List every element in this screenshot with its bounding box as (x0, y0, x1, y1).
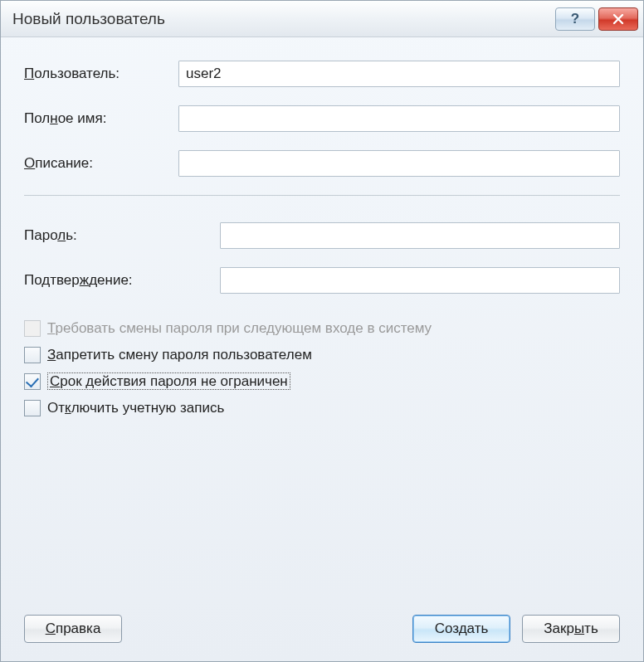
deny-change-checkbox[interactable] (24, 347, 41, 363)
divider (24, 195, 620, 196)
disable-account-row: Отключить учетную запись (24, 400, 620, 416)
dialog-window: Новый пользователь ? Пользователь: Полно… (0, 0, 644, 662)
deny-change-label: Запретить смену пароля пользователем (47, 347, 312, 363)
confirm-row: Подтверждение: (24, 267, 620, 294)
description-label: Описание: (24, 155, 178, 172)
require-change-checkbox (24, 320, 41, 337)
confirm-input[interactable] (220, 267, 620, 294)
fullname-label: Полное имя: (24, 110, 178, 127)
titlebar: Новый пользователь ? (1, 1, 643, 37)
close-button[interactable]: Закрыть (522, 615, 620, 643)
confirm-label: Подтверждение: (24, 272, 220, 289)
no-expire-label: Срок действия пароля не ограничен (47, 373, 290, 390)
description-input[interactable] (178, 150, 620, 177)
fullname-input[interactable] (178, 105, 620, 132)
user-row: Пользователь: (24, 61, 620, 87)
password-label: Пароль: (24, 227, 220, 244)
description-row: Описание: (24, 150, 620, 177)
require-change-row: Требовать смены пароля при следующем вхо… (24, 320, 620, 337)
close-icon (612, 13, 625, 25)
password-row: Пароль: (24, 222, 620, 249)
titlebar-help-button[interactable]: ? (555, 7, 595, 31)
titlebar-close-button[interactable] (598, 7, 638, 31)
help-icon: ? (571, 11, 579, 27)
deny-change-row: Запретить смену пароля пользователем (24, 347, 620, 363)
no-expire-row: Срок действия пароля не ограничен (24, 373, 620, 390)
help-button[interactable]: Справка (24, 615, 122, 643)
disable-account-checkbox[interactable] (24, 400, 41, 416)
user-label: Пользователь: (24, 66, 178, 82)
create-button[interactable]: Создать (412, 615, 510, 643)
window-title: Новый пользователь (12, 10, 552, 28)
no-expire-checkbox[interactable] (24, 373, 41, 390)
dialog-body: Пользователь: Полное имя: Описание: Паро… (1, 37, 643, 441)
password-input[interactable] (220, 222, 620, 249)
user-input[interactable] (178, 61, 620, 87)
button-row: Справка Создать Закрыть (24, 615, 620, 643)
require-change-label: Требовать смены пароля при следующем вхо… (47, 320, 432, 337)
fullname-row: Полное имя: (24, 105, 620, 132)
disable-account-label: Отключить учетную запись (47, 400, 224, 416)
